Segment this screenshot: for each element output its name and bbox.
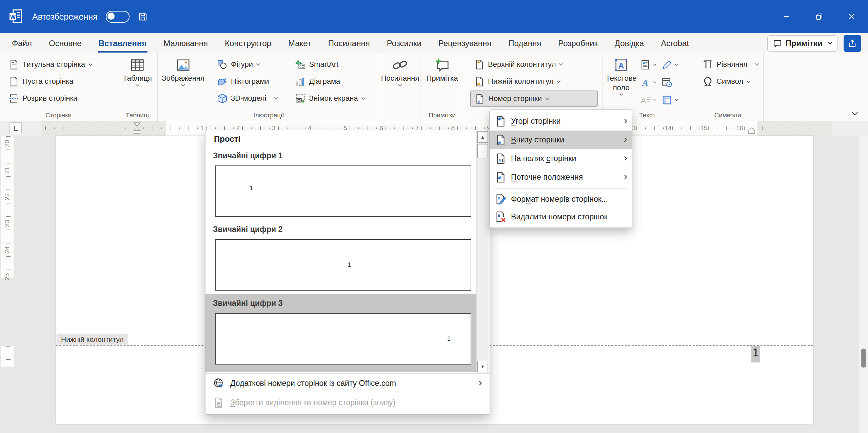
- menu-item-bottom-of-page[interactable]: # Внизу сторінки ›: [490, 131, 632, 149]
- chevron-down-icon: [256, 63, 260, 66]
- header-icon: [474, 59, 485, 70]
- scroll-down-icon: ▼: [480, 364, 485, 369]
- scrollbar-thumb[interactable]: [861, 349, 866, 368]
- header-button[interactable]: Верхній колонтитул: [470, 57, 598, 72]
- tab-selector-button[interactable]: L: [9, 122, 22, 134]
- document-scrollbar[interactable]: [859, 136, 868, 433]
- 3d-model-icon: [217, 93, 228, 104]
- gallery-scrollbar-thumb[interactable]: [477, 144, 488, 158]
- tab-file[interactable]: Файл: [3, 33, 40, 53]
- date-time-button[interactable]: [661, 77, 678, 88]
- group-label-illustrations: Ілюстрації: [158, 112, 380, 119]
- smartart-button[interactable]: SmartArt: [291, 57, 369, 72]
- menu-item-format-page-numbers[interactable]: # Формат номерів сторінок...: [490, 190, 632, 208]
- restore-icon: [815, 12, 824, 21]
- chevron-down-icon: [653, 77, 656, 88]
- svg-text:#: #: [498, 116, 501, 121]
- menu-item-remove-page-numbers[interactable]: # Видалити номери сторінок: [490, 208, 632, 225]
- save-icon[interactable]: [138, 12, 148, 22]
- tab-insert[interactable]: Вставлення: [90, 33, 155, 53]
- tab-review[interactable]: Рецензування: [430, 33, 500, 53]
- cover-page-button[interactable]: Титульна сторінка: [5, 57, 112, 72]
- indent-markers[interactable]: [133, 122, 141, 135]
- quick-parts-button[interactable]: [639, 59, 656, 71]
- tab-acrobat[interactable]: Acrobat: [652, 33, 697, 53]
- ribbon: Титульна сторінка Пуста сторінка: [0, 53, 868, 121]
- share-icon: [848, 39, 857, 48]
- blank-page-button[interactable]: Пуста сторінка: [5, 74, 112, 89]
- wordart-button[interactable]: A: [639, 77, 656, 88]
- menu-item-current-position[interactable]: # Поточне положення ›: [490, 168, 632, 186]
- submenu-arrow-icon: ›: [624, 134, 627, 146]
- ruler-number: 23: [3, 217, 11, 230]
- menu-separator: [494, 188, 628, 189]
- menu-item-top-of-page[interactable]: # Угорі сторінки ›: [490, 112, 632, 131]
- title-bar: W Автозбереження: [0, 0, 868, 33]
- gallery-item-plain-number-3[interactable]: 1: [215, 313, 471, 365]
- more-page-numbers-office-item[interactable]: Додаткові номери сторінок із сайту Offic…: [205, 374, 490, 393]
- tab-design[interactable]: Конструктор: [216, 33, 280, 53]
- comments-button[interactable]: Примітки: [767, 35, 837, 52]
- scroll-down-button[interactable]: ▼: [477, 361, 488, 372]
- autosave-toggle[interactable]: [106, 11, 130, 23]
- tab-layout[interactable]: Макет: [280, 33, 320, 53]
- footer-button[interactable]: Нижній колонтитул: [470, 74, 598, 89]
- equation-button[interactable]: Рівняння: [699, 57, 758, 72]
- symbol-button[interactable]: Символ: [699, 74, 758, 89]
- group-label-comments: Примітки: [420, 112, 464, 119]
- gallery-scroll-area: Прості Звичайні цифри 1 1 Звичайні цифри…: [205, 130, 490, 373]
- collapse-ribbon-button[interactable]: [851, 111, 859, 117]
- object-button[interactable]: [661, 94, 678, 106]
- menu-item-page-margins[interactable]: # На полях сторінки ›: [490, 149, 632, 168]
- group-links: Посилання: [380, 53, 420, 121]
- tab-references[interactable]: Посилання: [320, 33, 378, 53]
- screenshot-button[interactable]: Знімок екрана: [291, 91, 369, 106]
- svg-text:#: #: [498, 213, 500, 218]
- tab-draw[interactable]: Малювання: [155, 33, 216, 53]
- close-button[interactable]: [835, 0, 868, 33]
- tab-help[interactable]: Довідка: [606, 33, 652, 53]
- page-number-button[interactable]: # Номер сторінки: [470, 91, 598, 107]
- chevron-down-icon: [619, 93, 624, 96]
- page-break-button[interactable]: Розрив сторінки: [5, 91, 112, 106]
- tab-view[interactable]: Подання: [500, 33, 550, 53]
- gallery-item-plain-number-1[interactable]: 1: [215, 165, 471, 217]
- pictures-button[interactable]: Зображення: [158, 53, 209, 121]
- gallery-item-name: Звичайні цифри 2: [213, 225, 282, 234]
- signature-line-button[interactable]: [661, 59, 678, 71]
- shapes-button[interactable]: Фігури: [213, 57, 282, 72]
- cover-page-icon: [8, 59, 19, 70]
- textbox-icon: A: [613, 57, 629, 73]
- chart-icon: [295, 76, 306, 87]
- group-label-pages: Сторінки: [0, 112, 117, 119]
- gallery-scrollbar[interactable]: ▲ ▼: [476, 131, 489, 373]
- link-icon: [392, 57, 408, 73]
- ruler-number: 21: [3, 164, 11, 176]
- tab-developer[interactable]: Розробник: [550, 33, 606, 53]
- tab-mailings[interactable]: Розсилки: [378, 33, 430, 53]
- share-button[interactable]: [844, 35, 861, 52]
- minimize-button[interactable]: [770, 0, 803, 33]
- chevron-down-icon: [361, 97, 366, 100]
- date-time-icon: [661, 77, 673, 88]
- scroll-up-button[interactable]: ▲: [477, 131, 488, 143]
- tab-home[interactable]: Основне: [40, 33, 90, 53]
- chevron-down-icon: [851, 111, 859, 116]
- restore-button[interactable]: [803, 0, 835, 33]
- gallery-item-plain-number-2[interactable]: 1: [215, 239, 471, 291]
- page-number-top-icon: #: [494, 115, 507, 127]
- toggle-knob: [107, 13, 115, 20]
- table-button[interactable]: Таблиця: [117, 53, 157, 121]
- icons-button[interactable]: Піктограми: [213, 74, 282, 89]
- submenu-arrow-icon: ›: [624, 153, 627, 165]
- vertical-ruler[interactable]: 202122232425: [0, 136, 16, 433]
- links-button[interactable]: Посилання: [380, 53, 420, 121]
- selected-page-number[interactable]: 1: [751, 346, 760, 362]
- new-comment-button[interactable]: Примітка: [420, 53, 464, 121]
- svg-text:#: #: [499, 158, 501, 163]
- chevron-down-icon: [181, 84, 185, 87]
- chevron-down-icon: [398, 84, 402, 87]
- chart-button[interactable]: Діаграма: [291, 74, 369, 89]
- 3d-models-button[interactable]: 3D-моделі: [213, 91, 282, 106]
- right-indent-marker[interactable]: [748, 127, 756, 135]
